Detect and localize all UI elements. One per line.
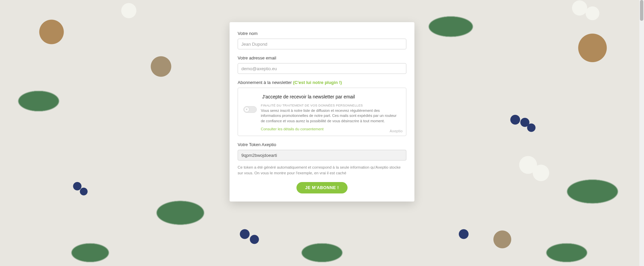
name-field: Votre nom <box>238 31 406 49</box>
subscribe-button[interactable]: JE M'ABONNE ! <box>296 182 348 193</box>
consent-toggle[interactable]: ✕ <box>243 106 257 113</box>
axeptio-brand: Axeptio <box>390 129 403 133</box>
toggle-off-icon: ✕ <box>244 107 249 112</box>
consent-description: Vous serez inscrit à notre liste de diff… <box>261 108 401 124</box>
name-input[interactable] <box>238 39 406 49</box>
consent-details-link[interactable]: Consulter les détails du consentement <box>261 127 324 131</box>
newsletter-label: Abonnement à la newsletter (C'est lui no… <box>238 80 406 85</box>
name-label: Votre nom <box>238 31 406 36</box>
scrollbar-thumb[interactable] <box>640 0 643 21</box>
email-label: Votre adresse email <box>238 55 406 60</box>
newsletter-field: Abonnement à la newsletter (C'est lui no… <box>238 80 406 136</box>
consent-box: J'accepte de recevoir la newsletter par … <box>238 88 406 136</box>
page-scrollbar[interactable] <box>639 0 644 266</box>
consent-title: J'accepte de recevoir la newsletter par … <box>262 94 401 99</box>
email-field: Votre adresse email <box>238 55 406 74</box>
token-input[interactable] <box>238 150 406 161</box>
token-label: Votre Token Axeptio <box>238 142 406 147</box>
email-input[interactable] <box>238 63 406 74</box>
consent-body: FINALITÉ DU TRAITEMENT DE VOS DONNÉES PE… <box>261 103 401 131</box>
token-field: Votre Token Axeptio <box>238 142 406 161</box>
token-helper-text: Ce token a été généré automatiquement et… <box>238 165 406 176</box>
subscribe-form-card: Votre nom Votre adresse email Abonnement… <box>230 22 414 202</box>
newsletter-label-highlight: (C'est lui notre plugin !) <box>293 80 342 85</box>
consent-meta: FINALITÉ DU TRAITEMENT DE VOS DONNÉES PE… <box>261 103 401 107</box>
newsletter-label-text: Abonnement à la newsletter <box>238 80 292 85</box>
